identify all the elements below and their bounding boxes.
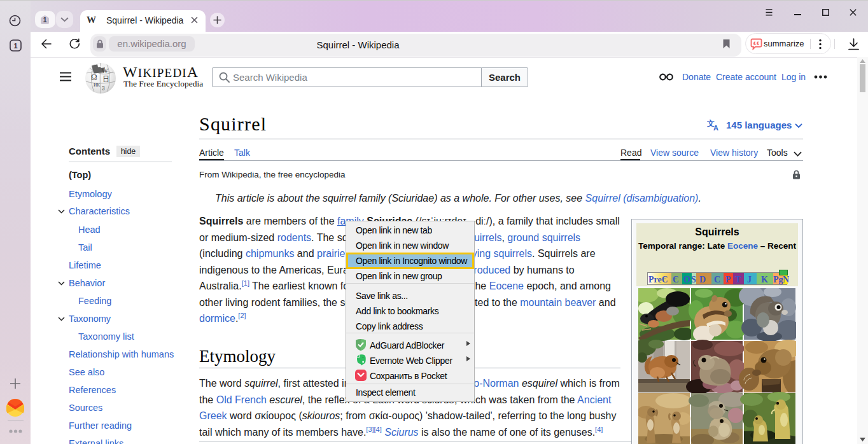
svg-text:ик: ик: [94, 81, 100, 88]
svg-text:1: 1: [13, 42, 17, 50]
svg-text:A: A: [713, 124, 718, 131]
svg-text:日: 日: [102, 75, 109, 83]
svg-text:Ω: Ω: [91, 72, 97, 81]
svg-text:ვ: ვ: [102, 84, 105, 90]
svg-text:1: 1: [43, 16, 46, 24]
svg-text:W: W: [102, 67, 108, 74]
